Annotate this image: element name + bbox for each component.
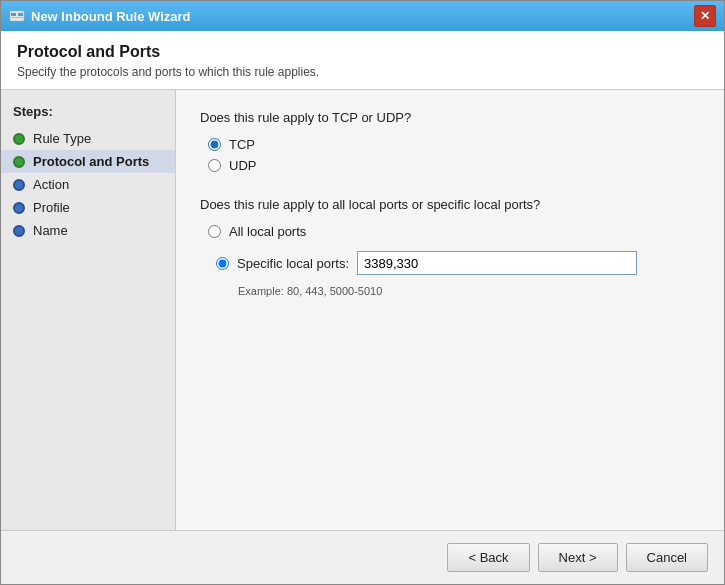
all-ports-radio-item[interactable]: All local ports <box>208 224 700 239</box>
ports-radio-group: All local ports Specific local ports: Ex… <box>200 224 700 297</box>
svg-rect-2 <box>18 13 23 16</box>
step-dot-profile <box>13 202 25 214</box>
ports-question: Does this rule apply to all local ports … <box>200 197 700 212</box>
steps-label: Steps: <box>1 100 175 127</box>
tcp-radio[interactable] <box>208 138 221 151</box>
specific-ports-row: Specific local ports: <box>208 251 700 275</box>
sidebar-item-protocol-ports[interactable]: Protocol and Ports <box>1 150 175 173</box>
tcp-udp-question: Does this rule apply to TCP or UDP? <box>200 110 700 125</box>
page-header: Protocol and Ports Specify the protocols… <box>1 31 724 90</box>
udp-radio[interactable] <box>208 159 221 172</box>
step-dot-action <box>13 179 25 191</box>
udp-radio-item[interactable]: UDP <box>208 158 700 173</box>
next-button[interactable]: Next > <box>538 543 618 572</box>
svg-rect-3 <box>11 17 23 18</box>
right-panel: Does this rule apply to TCP or UDP? TCP … <box>176 90 724 530</box>
step-dot-name <box>13 225 25 237</box>
content-area: Protocol and Ports Specify the protocols… <box>1 31 724 530</box>
cancel-button[interactable]: Cancel <box>626 543 708 572</box>
udp-label[interactable]: UDP <box>229 158 256 173</box>
step-dot-rule-type <box>13 133 25 145</box>
tcp-udp-radio-group: TCP UDP <box>200 137 700 173</box>
main-window: New Inbound Rule Wizard ✕ Protocol and P… <box>0 0 725 585</box>
ports-example: Example: 80, 443, 5000-5010 <box>208 285 700 297</box>
sidebar-item-action[interactable]: Action <box>1 173 175 196</box>
step-label-rule-type: Rule Type <box>33 131 91 146</box>
sidebar-item-rule-type[interactable]: Rule Type <box>1 127 175 150</box>
sidebar-item-name[interactable]: Name <box>1 219 175 242</box>
all-ports-label[interactable]: All local ports <box>229 224 306 239</box>
title-bar: New Inbound Rule Wizard ✕ <box>1 1 724 31</box>
step-label-name: Name <box>33 223 68 238</box>
window-title: New Inbound Rule Wizard <box>31 9 191 24</box>
step-dot-protocol-ports <box>13 156 25 168</box>
close-button[interactable]: ✕ <box>694 5 716 27</box>
all-ports-radio[interactable] <box>208 225 221 238</box>
main-body: Steps: Rule Type Protocol and Ports Acti… <box>1 90 724 530</box>
page-subtitle: Specify the protocols and ports to which… <box>17 65 708 79</box>
page-title: Protocol and Ports <box>17 43 708 61</box>
close-icon: ✕ <box>700 9 710 23</box>
tcp-radio-item[interactable]: TCP <box>208 137 700 152</box>
tcp-label[interactable]: TCP <box>229 137 255 152</box>
specific-ports-input[interactable] <box>357 251 637 275</box>
step-label-action: Action <box>33 177 69 192</box>
step-label-profile: Profile <box>33 200 70 215</box>
back-button[interactable]: < Back <box>447 543 529 572</box>
sidebar: Steps: Rule Type Protocol and Ports Acti… <box>1 90 176 530</box>
window-icon <box>9 8 25 24</box>
footer: < Back Next > Cancel <box>1 530 724 584</box>
specific-ports-label[interactable]: Specific local ports: <box>237 256 349 271</box>
sidebar-item-profile[interactable]: Profile <box>1 196 175 219</box>
step-label-protocol-ports: Protocol and Ports <box>33 154 149 169</box>
svg-rect-1 <box>11 13 16 16</box>
specific-ports-radio[interactable] <box>216 257 229 270</box>
title-bar-left: New Inbound Rule Wizard <box>9 8 191 24</box>
